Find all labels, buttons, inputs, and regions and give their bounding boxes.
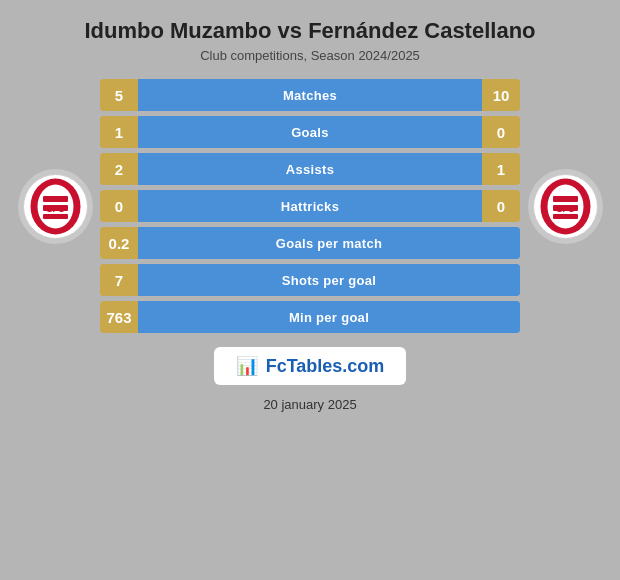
stat-row-matches: 5 Matches 10 xyxy=(100,79,520,111)
team-left-logo: SFC xyxy=(18,169,93,244)
stat-gpm-label: Goals per match xyxy=(276,236,382,251)
stat-spg-label: Shots per goal xyxy=(282,273,377,288)
svg-rect-10 xyxy=(553,196,578,202)
stat-assists-label: Assists xyxy=(286,162,334,177)
stat-mpg-bar: Min per goal xyxy=(138,301,520,333)
svg-rect-5 xyxy=(43,214,68,219)
stat-goals-left: 1 xyxy=(100,116,138,148)
stat-row-shots-per-goal: 7 Shots per goal xyxy=(100,264,520,296)
team-right-logo: SFC xyxy=(528,169,603,244)
page-container: Idumbo Muzambo vs Fernández Castellano C… xyxy=(0,0,620,580)
stat-spg-bar: Shots per goal xyxy=(138,264,520,296)
page-title: Idumbo Muzambo vs Fernández Castellano xyxy=(84,18,535,44)
stat-hattricks-label: Hattricks xyxy=(281,199,339,214)
main-section: SFC 5 Matches 10 1 Goals 0 2 xyxy=(10,79,610,333)
stat-row-goals: 1 Goals 0 xyxy=(100,116,520,148)
stat-goals-label: Goals xyxy=(291,125,329,140)
stat-row-assists: 2 Assists 1 xyxy=(100,153,520,185)
svg-text:SFC: SFC xyxy=(46,204,65,214)
svg-rect-3 xyxy=(43,196,68,202)
team-left-badge: SFC xyxy=(10,169,100,244)
stat-matches-bar: Matches xyxy=(138,79,482,111)
stat-row-min-per-goal: 763 Min per goal xyxy=(100,301,520,333)
stat-hattricks-left: 0 xyxy=(100,190,138,222)
stat-mpg-label: Min per goal xyxy=(289,310,369,325)
svg-rect-12 xyxy=(553,214,578,219)
stat-row-hattricks: 0 Hattricks 0 xyxy=(100,190,520,222)
date-footer: 20 january 2025 xyxy=(263,397,356,412)
stat-mpg-value: 763 xyxy=(100,301,138,333)
stat-assists-bar: Assists xyxy=(138,153,482,185)
team-right-badge: SFC xyxy=(520,169,610,244)
stat-spg-value: 7 xyxy=(100,264,138,296)
stat-hattricks-bar: Hattricks xyxy=(138,190,482,222)
fctables-logo: 📊 FcTables.com xyxy=(214,347,407,385)
stat-matches-left: 5 xyxy=(100,79,138,111)
stat-goals-bar: Goals xyxy=(138,116,482,148)
fctables-chart-icon: 📊 xyxy=(236,355,258,377)
stat-matches-label: Matches xyxy=(283,88,337,103)
stat-hattricks-right: 0 xyxy=(482,190,520,222)
stat-assists-right: 1 xyxy=(482,153,520,185)
stat-gpm-value: 0.2 xyxy=(100,227,138,259)
stat-gpm-bar: Goals per match xyxy=(138,227,520,259)
fctables-logo-text: FcTables.com xyxy=(266,356,385,377)
svg-text:SFC: SFC xyxy=(556,204,575,214)
stats-area: 5 Matches 10 1 Goals 0 2 Assists 1 xyxy=(100,79,520,333)
stat-matches-right: 10 xyxy=(482,79,520,111)
page-subtitle: Club competitions, Season 2024/2025 xyxy=(200,48,420,63)
stat-assists-left: 2 xyxy=(100,153,138,185)
stat-goals-right: 0 xyxy=(482,116,520,148)
stat-row-goals-per-match: 0.2 Goals per match xyxy=(100,227,520,259)
